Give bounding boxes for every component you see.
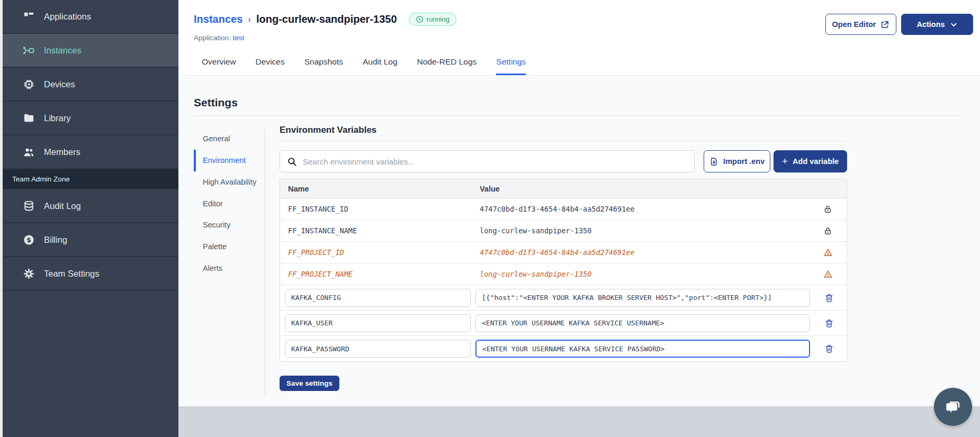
env-var-name-input[interactable] xyxy=(285,314,471,332)
env-var-name: FF_INSTANCE_NAME xyxy=(280,226,475,235)
settings-nav-security[interactable]: Security xyxy=(194,214,258,236)
actions-label: Actions xyxy=(916,20,945,29)
header-buttons: Open Editor Actions xyxy=(825,14,973,35)
env-var-name: FF_PROJECT_ID xyxy=(280,248,475,257)
application-label: Application: xyxy=(194,34,231,42)
env-var-name: FF_PROJECT_NAME xyxy=(280,270,475,278)
settings-nav-environment[interactable]: Environment xyxy=(194,150,258,171)
env-var-value-input-focused[interactable] xyxy=(475,340,810,358)
environment-variables-table: Name Value FF_INSTANCE_ID 4747c0bd-d1f3-… xyxy=(280,179,847,362)
devices-icon xyxy=(23,78,35,90)
table-header-row: Name Value xyxy=(280,179,847,198)
settings-nav-divider xyxy=(265,129,265,395)
search-input[interactable] xyxy=(303,157,687,166)
environment-title-divider xyxy=(280,141,847,141)
footer-strip xyxy=(178,406,980,437)
delete-variable-button[interactable] xyxy=(824,344,834,353)
applications-icon xyxy=(23,11,35,23)
sidebar-item-team-settings[interactable]: Team Settings xyxy=(3,257,178,291)
tab-audit-log[interactable]: Audit Log xyxy=(363,57,398,75)
settings-nav-palette[interactable]: Palette xyxy=(194,236,258,258)
library-icon xyxy=(23,112,35,124)
actions-button[interactable]: Actions xyxy=(901,14,973,35)
sidebar-item-instances[interactable]: Instances xyxy=(3,34,178,68)
lock-icon xyxy=(823,226,832,235)
sidebar-item-label: Members xyxy=(44,147,80,157)
billing-icon: $ xyxy=(23,234,35,246)
table-row: FF_PROJECT_NAME long-curlew-sandpiper-13… xyxy=(280,263,847,285)
settings-nav-high-availability[interactable]: High Availability xyxy=(194,171,258,193)
tab-snapshots[interactable]: Snapshots xyxy=(304,57,343,75)
tab-overview[interactable]: Overview xyxy=(202,57,236,75)
table-row xyxy=(280,336,847,361)
delete-variable-button[interactable] xyxy=(824,293,834,303)
environment-toolbar: Import .env + Add variable xyxy=(280,150,847,172)
settings-nav-general[interactable]: General xyxy=(194,128,258,150)
open-editor-button[interactable]: Open Editor xyxy=(825,14,896,35)
trash-icon xyxy=(824,318,834,328)
open-editor-label: Open Editor xyxy=(832,20,876,29)
environment-variables-title: Environment Variables xyxy=(280,125,847,135)
table-row xyxy=(280,285,847,311)
instance-tabs: Overview Devices Snapshots Audit Log Nod… xyxy=(202,57,526,75)
lock-icon xyxy=(823,205,832,214)
tab-node-red-logs[interactable]: Node-RED Logs xyxy=(417,57,477,75)
trash-icon xyxy=(824,344,834,353)
sidebar-item-billing[interactable]: $ Billing xyxy=(3,223,178,257)
search-icon xyxy=(287,157,297,167)
env-var-value: 4747c0bd-d1f3-4654-84b4-aa5d274691ee xyxy=(475,248,809,257)
sidebar-item-label: Devices xyxy=(44,79,75,89)
env-var-value-input[interactable] xyxy=(475,289,810,307)
column-header-name: Name xyxy=(280,185,475,193)
tab-devices[interactable]: Devices xyxy=(256,57,285,75)
settings-content: Settings General Environment High Availa… xyxy=(178,76,980,406)
sidebar-item-devices[interactable]: Devices xyxy=(3,68,178,102)
tab-settings[interactable]: Settings xyxy=(496,57,526,75)
import-env-button[interactable]: Import .env xyxy=(704,150,770,172)
env-var-value: 4747c0bd-d1f3-4654-84b4-aa5d274691ee xyxy=(475,205,809,213)
running-play-icon xyxy=(416,15,424,23)
settings-divider xyxy=(194,115,965,116)
warning-icon xyxy=(823,248,833,257)
instance-name: long-curlew-sandpiper-1350 xyxy=(256,13,397,25)
settings-nav: General Environment High Availability Ed… xyxy=(194,128,258,279)
sidebar-item-label: Audit Log xyxy=(44,201,81,211)
table-row xyxy=(280,311,847,336)
table-row: FF_INSTANCE_NAME long-curlew-sandpiper-1… xyxy=(280,220,847,242)
breadcrumb-instances-link[interactable]: Instances xyxy=(194,13,242,25)
application-link[interactable]: test xyxy=(233,34,245,42)
env-var-value-input[interactable] xyxy=(475,314,810,332)
import-env-label: Import .env xyxy=(723,157,765,166)
instances-icon xyxy=(23,44,35,57)
settings-nav-alerts[interactable]: Alerts xyxy=(194,258,258,279)
env-var-name: FF_INSTANCE_ID xyxy=(280,205,475,213)
external-link-icon xyxy=(880,20,889,29)
chevron-down-icon xyxy=(950,21,958,29)
settings-page-title: Settings xyxy=(194,96,238,109)
sidebar-item-applications[interactable]: Applications xyxy=(3,0,178,34)
search-box xyxy=(280,150,695,172)
column-header-value: Value xyxy=(475,185,809,193)
status-badge: running xyxy=(409,13,456,26)
sidebar-item-library[interactable]: Library xyxy=(3,102,178,135)
env-var-name-input[interactable] xyxy=(285,289,471,307)
chat-widget-button[interactable] xyxy=(934,388,972,426)
sidebar-item-members[interactable]: Members xyxy=(3,135,178,169)
trash-icon xyxy=(824,293,834,303)
environment-panel: Environment Variables Import .env + Add … xyxy=(280,125,847,141)
warning-icon xyxy=(823,269,833,279)
delete-variable-button[interactable] xyxy=(824,318,834,328)
sidebar-item-audit-log[interactable]: Audit Log xyxy=(3,189,178,223)
env-var-name-input[interactable] xyxy=(285,340,471,358)
svg-text:$: $ xyxy=(26,236,31,244)
plus-icon: + xyxy=(782,156,788,167)
sidebar-item-label: Library xyxy=(44,113,70,123)
add-variable-button[interactable]: + Add variable xyxy=(774,150,847,172)
main-sidebar: Applications Instances Devices Library M… xyxy=(3,0,178,437)
chat-icon xyxy=(943,397,963,417)
breadcrumb-separator: › xyxy=(248,14,251,25)
save-settings-button[interactable]: Save settings xyxy=(280,376,339,391)
sidebar-item-label: Team Settings xyxy=(44,269,100,279)
settings-nav-editor[interactable]: Editor xyxy=(194,193,258,215)
env-var-value: long-curlew-sandpiper-1350 xyxy=(475,270,809,278)
